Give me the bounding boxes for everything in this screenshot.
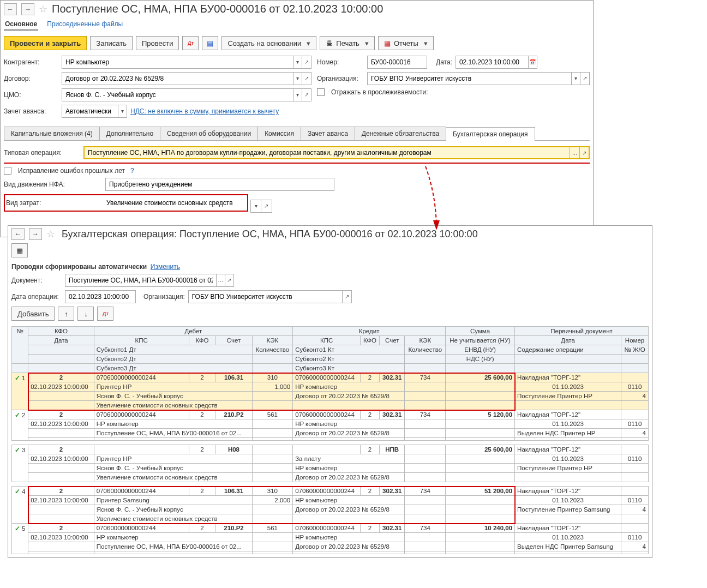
lbl-nfa: Вид движения НФА: (4, 181, 102, 188)
lbl-org: Организация: (317, 75, 364, 82)
nav-back[interactable]: ← (4, 3, 17, 15)
lbl-advance: Зачет аванса: (4, 107, 58, 115)
nfa-field[interactable] (106, 178, 334, 190)
dtkt-icon-2[interactable]: Дт (97, 307, 113, 321)
star-icon[interactable]: ☆ (39, 3, 47, 15)
lbl-counterparty: Контрагент: (4, 58, 58, 66)
lbl-fix-errors: Исправление ошибок прошлых лет (18, 167, 125, 175)
up-icon[interactable]: ↑ (58, 307, 74, 321)
table-row[interactable]: ✓ 4 2 070600000000002442106.31310 070600… (12, 487, 649, 496)
report-icon: ▦ (384, 39, 391, 47)
lbl-doc: Документ: (11, 277, 62, 284)
linktab-files[interactable]: Присоединенные файлы (46, 19, 124, 31)
lbl-op: Типовая операция: (4, 149, 80, 157)
down-icon[interactable]: ↓ (77, 307, 94, 321)
cmo-field[interactable] (62, 89, 293, 101)
list-icon-button[interactable]: ▤ (202, 36, 218, 50)
lbl-date: Дата: (436, 58, 452, 66)
help-icon[interactable]: ? (130, 167, 134, 175)
tab-capital[interactable]: Капитальные вложения (4) (4, 127, 100, 140)
tab-advance[interactable]: Зачет аванса (301, 127, 355, 140)
linktab-main[interactable]: Основное (4, 19, 38, 31)
lbl-number: Номер: (317, 58, 364, 66)
save-button[interactable]: Записать (90, 36, 133, 50)
open-icon[interactable]: ↗ (302, 56, 311, 68)
lbl-contract: Договор: (4, 75, 58, 82)
vat-link[interactable]: НДС: не включен в сумму, принимается к в… (130, 107, 279, 115)
nav-back-2[interactable]: ← (11, 228, 25, 240)
form1-title: Поступление ОС, НМА, НПА БУ00-000016 от … (52, 3, 383, 15)
lbl-opdate: Дата операции: (11, 293, 62, 301)
lbl-cmo: ЦМО: (4, 91, 58, 99)
cost-field[interactable] (106, 196, 246, 209)
tab-commission[interactable]: Комиссия (257, 127, 301, 140)
typical-op-field[interactable] (85, 147, 570, 158)
auto-text: Проводки сформированы автоматически (11, 263, 147, 271)
number-field[interactable] (368, 56, 427, 68)
tab-extra[interactable]: Дополнительно (99, 127, 160, 140)
table-row[interactable]: ✓ 1 2 070600000000002442106.31310 070600… (12, 373, 649, 382)
org2-field[interactable] (189, 291, 342, 303)
table-row[interactable]: ✓ 2 2 070600000000002442210.Р2561 070600… (12, 410, 649, 419)
dropdown-icon[interactable]: ▾ (293, 56, 302, 68)
fix-errors-checkbox[interactable] (4, 167, 11, 175)
star-icon-2[interactable]: ☆ (46, 228, 55, 240)
entries-table: № КФО Дебет Кредит Сумма Первичный докум… (11, 326, 649, 554)
trace-checkbox[interactable] (317, 88, 325, 96)
nav-fwd-2[interactable]: → (29, 228, 42, 240)
tab-money[interactable]: Денежные обязательства (355, 127, 446, 140)
calendar-icon[interactable]: 📅 (528, 56, 537, 68)
table-row[interactable]: ✓ 3 2 2Н08 2НПВ 25 600,00 Накладная "ТОР… (12, 445, 649, 454)
contract-field[interactable] (62, 73, 293, 85)
form2-title: Бухгалтерская операция: Поступление ОС, … (62, 229, 478, 240)
add-button[interactable]: Добавить (11, 307, 55, 321)
printer-icon: 🖶 (326, 39, 333, 47)
dtkt-icon-button[interactable]: Дт (182, 36, 199, 50)
post-button[interactable]: Провести (136, 36, 179, 50)
tab-equip[interactable]: Сведения об оборудовании (160, 127, 258, 140)
org-field[interactable] (368, 73, 571, 85)
lbl-org2: Организация: (143, 293, 185, 301)
create-based-button[interactable]: Создать на основании (221, 36, 316, 50)
advance-field[interactable] (62, 105, 118, 117)
change-link[interactable]: Изменить (151, 263, 180, 271)
print-button[interactable]: 🖶Печать (320, 36, 375, 50)
tab-accounting[interactable]: Бухгалтерская операция (446, 127, 535, 141)
counterparty-field[interactable] (62, 56, 293, 68)
date-field[interactable] (456, 56, 528, 68)
opdate-field[interactable] (65, 291, 135, 303)
table-row[interactable]: ✓ 5 2 070600000000002442210.Р2561 070600… (12, 524, 649, 533)
grid-icon-button[interactable]: ▦ (11, 243, 28, 257)
post-close-button[interactable]: Провести и закрыть (4, 36, 87, 50)
nav-fwd[interactable]: → (21, 3, 34, 15)
reports-button[interactable]: ▦Отчеты (378, 36, 434, 50)
doc-field[interactable] (65, 274, 216, 286)
lbl-cost: Вид затрат: (6, 199, 103, 207)
lbl-trace: Отражать в прослеживаемости: (331, 88, 428, 96)
